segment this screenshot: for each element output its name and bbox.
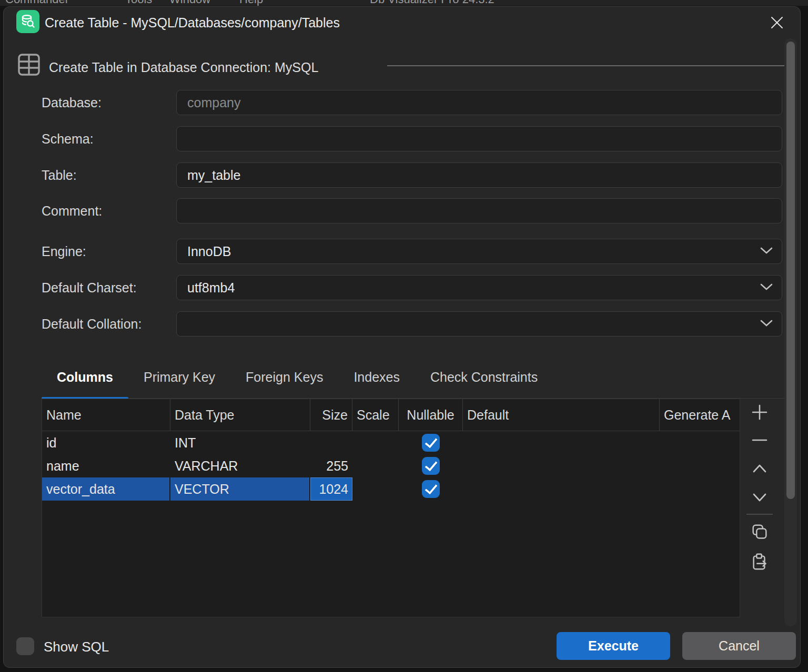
dialog-title: Create Table - MySQL/Databases/company/T…	[45, 15, 340, 30]
table-row[interactable]: id INT	[42, 431, 740, 454]
section-divider	[387, 65, 784, 66]
tab-bar: Columns Primary Key Foreign Keys Indexes…	[42, 356, 784, 399]
table-row[interactable]: name VARCHAR 255	[42, 454, 740, 477]
create-table-dialog: Create Table - MySQL/Databases/company/T…	[3, 6, 801, 668]
table-label: Table:	[42, 168, 77, 183]
engine-label: Engine:	[42, 244, 86, 259]
show-sql-label: Show SQL	[44, 639, 109, 655]
database-label: Database:	[42, 95, 102, 110]
form-row-database: Database:	[4, 90, 784, 115]
charset-select[interactable]: utf8mb4	[176, 275, 782, 300]
move-down-button[interactable]	[750, 488, 769, 507]
comment-field[interactable]	[177, 199, 782, 223]
database-field[interactable]	[177, 90, 782, 115]
remove-row-button[interactable]	[750, 431, 769, 450]
table-name-field[interactable]	[177, 163, 782, 187]
schema-field[interactable]	[177, 127, 782, 151]
schema-label: Schema:	[42, 131, 94, 147]
scrollbar-track[interactable]	[784, 38, 797, 626]
toolbar-divider	[746, 514, 773, 515]
header-generate[interactable]: Generate A	[660, 399, 740, 431]
charset-value: utf8mb4	[177, 280, 782, 296]
form-row-comment: Comment:	[4, 198, 784, 223]
nullable-checkbox[interactable]	[422, 434, 440, 452]
paste-rows-button[interactable]	[750, 553, 769, 572]
engine-select[interactable]: InnoDB	[176, 239, 782, 264]
header-nullable[interactable]: Nullable	[399, 399, 463, 431]
tab-columns[interactable]: Columns	[42, 356, 128, 398]
copy-rows-button[interactable]	[750, 523, 769, 542]
table-row-selected[interactable]: vector_data VECTOR 1024	[42, 477, 740, 501]
scrollbar-thumb[interactable]	[786, 42, 795, 499]
menubar-app-title: Db Visualizer Pro 24.3.2	[370, 0, 494, 6]
menubar-item: Commander	[5, 0, 69, 6]
header-size[interactable]: Size	[310, 399, 352, 431]
chevron-down-icon	[760, 318, 773, 328]
comment-label: Comment:	[42, 203, 102, 219]
form-row-engine: Engine: InnoDB	[4, 239, 784, 264]
collation-label: Default Collation:	[42, 317, 142, 332]
charset-label: Default Charset:	[42, 280, 137, 296]
background-menubar: Commander Tools Window Help Db Visualize…	[0, 0, 808, 6]
header-default[interactable]: Default	[463, 399, 660, 431]
show-sql-checkbox[interactable]	[16, 637, 34, 655]
header-name[interactable]: Name	[42, 399, 170, 431]
row-toolbar	[743, 399, 776, 619]
tab-primary-key[interactable]: Primary Key	[128, 356, 230, 398]
table-grid-icon	[16, 52, 42, 77]
execute-button[interactable]: Execute	[557, 632, 670, 660]
cancel-button[interactable]: Cancel	[682, 632, 796, 660]
menubar-item: Tools	[125, 0, 152, 6]
header-data-type[interactable]: Data Type	[170, 399, 310, 431]
engine-value: InnoDB	[177, 244, 782, 259]
nullable-checkbox[interactable]	[422, 480, 440, 498]
close-icon[interactable]	[767, 13, 786, 32]
move-up-button[interactable]	[750, 459, 769, 478]
nullable-checkbox[interactable]	[422, 457, 440, 475]
columns-table-header: Name Data Type Size Scale Nullable Defau…	[42, 399, 740, 431]
form-row-charset: Default Charset: utf8mb4	[4, 275, 784, 300]
menubar-item: Window	[169, 0, 210, 6]
tab-foreign-keys[interactable]: Foreign Keys	[230, 356, 338, 398]
tab-check-constraints[interactable]: Check Constraints	[415, 356, 553, 398]
add-row-button[interactable]	[750, 403, 769, 422]
tab-indexes[interactable]: Indexes	[338, 356, 415, 398]
header-scale[interactable]: Scale	[352, 399, 399, 431]
form-row-collation: Default Collation:	[4, 311, 784, 337]
menubar-item: Help	[239, 0, 263, 6]
form-row-table: Table:	[4, 162, 784, 188]
collation-select[interactable]	[176, 311, 782, 337]
columns-table: Name Data Type Size Scale Nullable Defau…	[42, 399, 740, 617]
form-row-schema: Schema:	[4, 126, 784, 151]
chevron-down-icon	[760, 282, 773, 291]
database-search-icon	[16, 10, 39, 33]
chevron-down-icon	[760, 246, 773, 255]
section-header: Create Table in Database Connection: MyS…	[49, 60, 318, 75]
